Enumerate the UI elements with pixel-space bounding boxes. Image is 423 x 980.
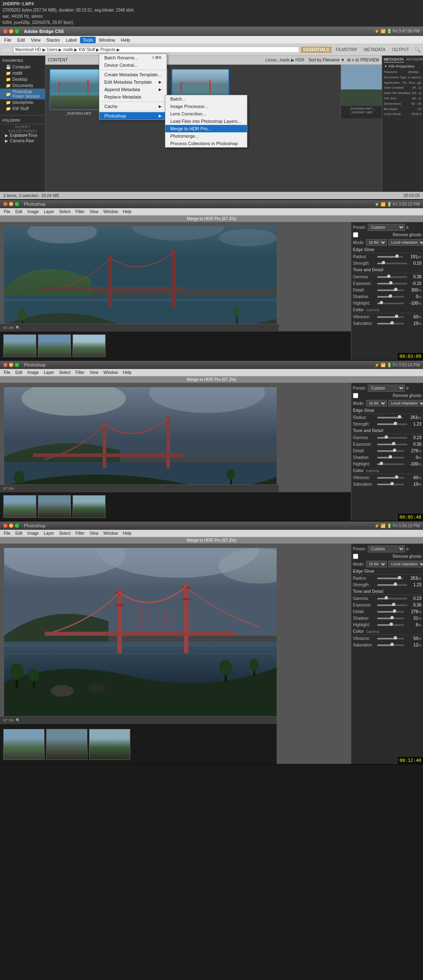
sidebar-item-mattk[interactable]: 📁mattk [0,70,45,76]
ps3-menu-help[interactable]: Help [121,531,134,536]
search-icon[interactable]: 🔍 [415,47,421,52]
ps2-remove-ghosts[interactable] [353,393,358,398]
menu-view[interactable]: View [28,37,43,43]
ps2-menu-help[interactable]: Help [121,370,134,375]
menu-help[interactable]: Help [118,37,133,43]
menu-edit-metadata[interactable]: Edit Metadata Template ▶ [99,78,167,86]
ps1-menu-edit[interactable]: Edit [13,209,24,214]
ps2-mode-select[interactable]: 16 Bit [366,400,387,407]
ps3-maximize[interactable] [15,524,19,528]
output-tab[interactable]: OUTPUT [390,47,411,53]
submenu-batch[interactable]: Batch... [165,95,247,103]
menu-file[interactable]: File [2,37,14,43]
menu-edit[interactable]: Edit [15,37,28,43]
sidebar-item-desktop[interactable]: 📁Desktop [0,76,45,82]
ps3-preset-select[interactable]: Custom [368,545,405,552]
ps1-close[interactable] [3,202,7,206]
ps3-saturation-track[interactable] [377,644,404,646]
ps2-menu-file[interactable]: File [2,370,12,375]
menu-stacks[interactable]: Stacks [44,37,62,43]
ps3-menu-layer[interactable]: Layer [42,531,56,536]
ps1-maximize[interactable] [15,202,19,206]
ps2-menu-image[interactable]: Image [25,370,41,375]
menu-cache[interactable]: Cache ▶ [99,103,167,110]
film-thumb-2[interactable] [38,334,71,357]
sidebar-item-pps[interactable]: 📁 Photoshop Power Session [0,89,45,99]
ps1-vibrance-track[interactable] [377,316,404,318]
ps2-menu-view[interactable]: View [87,370,101,375]
ps1-menu-window[interactable]: Window [101,209,120,214]
submenu-image-processor[interactable]: Image Processor... [165,103,247,110]
sidebar-item-istock[interactable]: 📁Istockphoto [0,99,45,106]
ps1-shadow-track[interactable] [377,296,404,298]
ps3-radius-track[interactable] [377,578,403,579]
ps1-mode-select[interactable]: 16 Bit [366,239,387,246]
ps3-menu-edit[interactable]: Edit [13,531,24,536]
ps2-menu-layer[interactable]: Layer [42,370,56,375]
ps3-film-thumb-1[interactable] [3,729,45,760]
film-thumb-3[interactable] [73,334,106,357]
ps3-gamma-track[interactable] [377,598,407,599]
ps1-menu-filter[interactable]: Filter [73,209,87,214]
ps3-highlight-track[interactable] [377,624,404,626]
keywords-tab-label[interactable]: KEYWORDS [407,57,423,63]
nav-forward-icon[interactable]: ▶ [8,47,12,53]
essentials-tab[interactable]: ESSENTIALS [301,47,332,53]
filter-camera-raw[interactable]: ▶ Camera Raw [3,138,42,143]
ps3-minimize[interactable] [9,524,13,528]
ps3-film-thumb-2[interactable] [46,729,87,760]
submenu-load-files[interactable]: Load Files into Photoshop Layers... [165,118,247,125]
ps3-strength-track[interactable] [377,584,407,586]
ps3-menu-select[interactable]: Select [57,531,73,536]
menu-batch-rename[interactable]: Batch Rename... ⇧⌘R [99,54,167,61]
submenu-photomerge[interactable]: Photomerge... [165,132,247,140]
ps3-adaptation-select[interactable]: Local Adaptation [388,561,423,567]
nav-back-icon[interactable]: ◀ [2,47,6,53]
ps1-menu-layer[interactable]: Layer [42,209,56,214]
ps3-shadow-track[interactable] [377,618,404,619]
submenu-merge-hdr[interactable]: Merge to HDR Pro... [165,125,247,132]
ps3-exposure-track[interactable] [377,604,407,606]
ps1-saturation-track[interactable] [377,323,404,324]
ps2-minimize[interactable] [9,363,13,367]
menu-label[interactable]: Label [63,37,79,43]
metadata-tab[interactable]: METADATA [362,47,388,53]
ps2-menu-select[interactable]: Select [57,370,73,375]
thumbnail-1[interactable]: _MJK5664.NEF [49,69,107,115]
submenu-process-collections[interactable]: Process Collections in Photoshop [165,140,247,147]
ps3-vibrance-track[interactable] [377,638,404,639]
ps1-menu-image[interactable]: Image [25,209,41,214]
ps2-saturation-track[interactable] [377,484,404,485]
ps1-exposure-track[interactable] [377,283,407,284]
ps2-vibrance-track[interactable] [377,477,404,479]
ps2-detail-track[interactable] [377,450,404,452]
ps2-film-thumb-1[interactable] [3,495,36,518]
ps2-close[interactable] [3,363,7,367]
menu-tools[interactable]: Tools [80,37,96,43]
sidebar-item-computer[interactable]: 💾Computer [0,64,45,70]
ps2-radius-track[interactable] [377,417,403,418]
ps2-adaptation-select[interactable]: Local Adaptation [388,400,423,407]
menu-window[interactable]: Window [96,37,118,43]
ps1-strength-track[interactable] [377,263,407,264]
ps1-gamma-track[interactable] [377,276,407,278]
ps3-menu-view[interactable]: View [87,531,101,536]
ps2-maximize[interactable] [15,363,19,367]
ps2-exposure-track[interactable] [377,444,407,445]
ps2-menu-edit[interactable]: Edit [13,370,24,375]
ps2-strength-track[interactable] [377,423,407,425]
submenu-lens-correction[interactable]: Lens Correction... [165,110,247,118]
filmstrip-tab[interactable]: FILMSTRIP [333,47,360,53]
ps2-film-thumb-3[interactable] [73,495,106,518]
ps3-menu-window[interactable]: Window [101,531,120,536]
menu-device-central[interactable]: Device Central... [99,61,167,69]
ps3-mode-select[interactable]: 16 Bit [366,561,387,567]
menu-photoshop[interactable]: folder Photoshop ▶ [99,112,167,120]
ps2-highlight-track[interactable] [377,463,404,465]
ps2-film-thumb-2[interactable] [38,495,71,518]
ps2-menu-window[interactable]: Window [101,370,120,375]
minimize-button[interactable] [9,29,13,33]
ps1-menu-file[interactable]: File [2,209,12,214]
menu-create-metadata[interactable]: Create Metadata Template... [99,71,167,78]
film-thumb-1[interactable] [3,334,36,357]
